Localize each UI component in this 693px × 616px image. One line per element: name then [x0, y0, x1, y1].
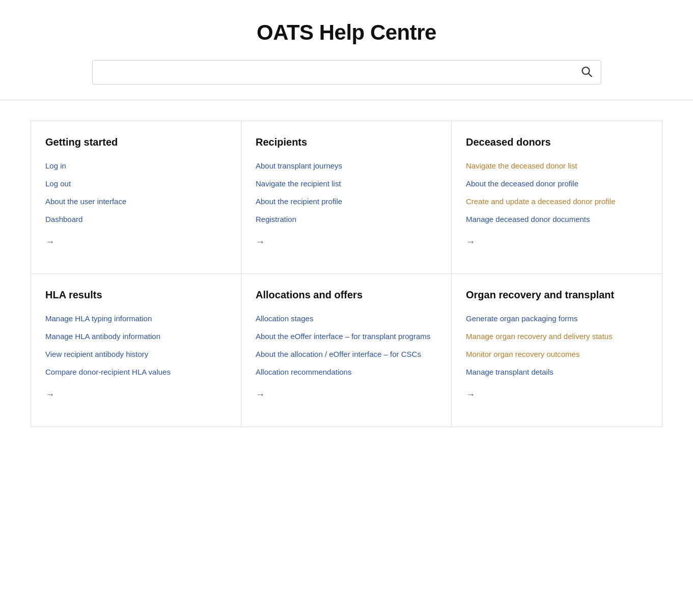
list-item: About the user interface: [45, 196, 227, 207]
card-link[interactable]: Manage HLA antibody information: [45, 332, 160, 341]
card-arrow-recipients[interactable]: →: [256, 237, 265, 247]
list-item: Manage organ recovery and delivery statu…: [466, 331, 648, 342]
card-link[interactable]: About the recipient profile: [256, 197, 342, 206]
card-link[interactable]: Manage deceased donor documents: [466, 215, 590, 223]
card-link[interactable]: Log in: [45, 161, 66, 170]
card-title-organ-recovery: Organ recovery and transplant: [466, 289, 648, 301]
card-arrow-hla-results[interactable]: →: [45, 389, 54, 400]
list-item: Navigate the deceased donor list: [466, 160, 648, 171]
card-link[interactable]: Log out: [45, 179, 71, 188]
list-item: Allocation recommendations: [256, 367, 437, 377]
card-link[interactable]: Compare donor-recipient HLA values: [45, 368, 171, 376]
card-links-hla-results: Manage HLA typing informationManage HLA …: [45, 313, 227, 377]
card-getting-started: Getting startedLog inLog outAbout the us…: [31, 121, 241, 274]
list-item: Log in: [45, 160, 227, 171]
card-title-deceased-donors: Deceased donors: [466, 136, 648, 148]
card-link[interactable]: Monitor organ recovery outcomes: [466, 350, 579, 358]
card-link[interactable]: About the eOffer interface – for transpl…: [256, 332, 430, 341]
card-link[interactable]: Dashboard: [45, 215, 82, 223]
card-link[interactable]: Manage organ recovery and delivery statu…: [466, 332, 613, 341]
list-item: Manage transplant details: [466, 367, 648, 377]
card-title-getting-started: Getting started: [45, 136, 227, 148]
list-item: Manage HLA antibody information: [45, 331, 227, 342]
list-item: Manage HLA typing information: [45, 313, 227, 324]
card-arrow-getting-started[interactable]: →: [45, 237, 54, 247]
card-title-recipients: Recipients: [256, 136, 437, 148]
card-link[interactable]: About the user interface: [45, 197, 126, 206]
page-title: OATS Help Centre: [10, 20, 683, 45]
svg-line-1: [589, 74, 592, 77]
card-link[interactable]: View recipient antibody history: [45, 350, 148, 358]
list-item: About the recipient profile: [256, 196, 437, 207]
card-link[interactable]: Allocation stages: [256, 314, 313, 323]
list-item: Generate organ packaging forms: [466, 313, 648, 324]
search-input[interactable]: [92, 60, 601, 85]
card-link[interactable]: Create and update a deceased donor profi…: [466, 197, 616, 206]
card-hla-results: HLA resultsManage HLA typing information…: [31, 274, 241, 427]
card-title-hla-results: HLA results: [45, 289, 227, 301]
card-link[interactable]: Navigate the deceased donor list: [466, 161, 577, 170]
card-link[interactable]: Manage HLA typing information: [45, 314, 152, 323]
card-organ-recovery: Organ recovery and transplantGenerate or…: [452, 274, 662, 427]
card-arrow-deceased-donors[interactable]: →: [466, 237, 475, 247]
list-item: About the allocation / eOffer interface …: [256, 349, 437, 359]
list-item: Navigate the recipient list: [256, 178, 437, 189]
search-icon: [581, 66, 592, 77]
card-recipients: RecipientsAbout transplant journeysNavig…: [241, 121, 452, 274]
card-links-getting-started: Log inLog outAbout the user interfaceDas…: [45, 160, 227, 225]
card-link[interactable]: Generate organ packaging forms: [466, 314, 577, 323]
card-link[interactable]: About transplant journeys: [256, 161, 342, 170]
card-link[interactable]: Manage transplant details: [466, 368, 553, 376]
list-item: Manage deceased donor documents: [466, 214, 648, 225]
card-arrow-organ-recovery[interactable]: →: [466, 389, 475, 400]
card-link[interactable]: Allocation recommendations: [256, 368, 351, 376]
main-content: Getting startedLog inLog outAbout the us…: [0, 100, 693, 447]
card-links-deceased-donors: Navigate the deceased donor listAbout th…: [466, 160, 648, 225]
list-item: Registration: [256, 214, 437, 225]
list-item: Log out: [45, 178, 227, 189]
list-item: Monitor organ recovery outcomes: [466, 349, 648, 359]
card-allocations-offers: Allocations and offersAllocation stagesA…: [241, 274, 452, 427]
card-links-organ-recovery: Generate organ packaging formsManage org…: [466, 313, 648, 377]
card-deceased-donors: Deceased donorsNavigate the deceased don…: [452, 121, 662, 274]
card-link[interactable]: Registration: [256, 215, 296, 223]
card-link[interactable]: Navigate the recipient list: [256, 179, 341, 188]
list-item: About transplant journeys: [256, 160, 437, 171]
card-links-recipients: About transplant journeysNavigate the re…: [256, 160, 437, 225]
list-item: About the deceased donor profile: [466, 178, 648, 189]
list-item: Dashboard: [45, 214, 227, 225]
header-section: OATS Help Centre: [0, 0, 693, 100]
cards-grid: Getting startedLog inLog outAbout the us…: [31, 121, 662, 427]
search-button[interactable]: [579, 64, 594, 81]
card-arrow-allocations-offers[interactable]: →: [256, 389, 265, 400]
list-item: Compare donor-recipient HLA values: [45, 367, 227, 377]
search-container: [92, 60, 601, 85]
card-title-allocations-offers: Allocations and offers: [256, 289, 437, 301]
list-item: View recipient antibody history: [45, 349, 227, 359]
list-item: About the eOffer interface – for transpl…: [256, 331, 437, 342]
list-item: Create and update a deceased donor profi…: [466, 196, 648, 207]
card-link[interactable]: About the allocation / eOffer interface …: [256, 350, 421, 358]
card-links-allocations-offers: Allocation stagesAbout the eOffer interf…: [256, 313, 437, 377]
list-item: Allocation stages: [256, 313, 437, 324]
card-link[interactable]: About the deceased donor profile: [466, 179, 578, 188]
